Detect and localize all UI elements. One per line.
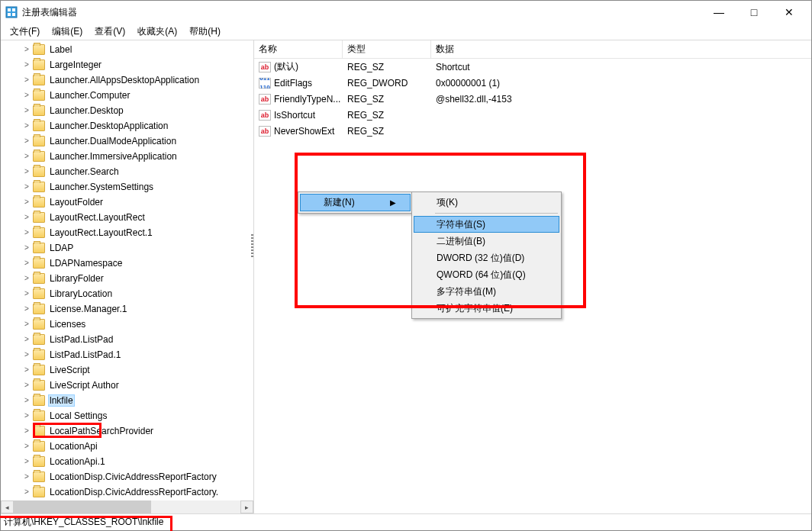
- expander-icon[interactable]: >: [22, 488, 31, 496]
- expander-icon[interactable]: >: [22, 228, 31, 237]
- submenu-item[interactable]: QWORD (64 位)值(Q): [414, 266, 559, 283]
- registry-tree[interactable]: >Label>LargeInteger>Launcher.AllAppsDesk…: [1, 40, 253, 500]
- tree-item[interactable]: >Licenses: [1, 317, 253, 332]
- column-header-name[interactable]: 名称: [254, 40, 343, 58]
- expander-icon[interactable]: >: [22, 457, 31, 465]
- tree-item[interactable]: >ListPad.ListPad: [1, 332, 253, 347]
- expander-icon[interactable]: >: [22, 152, 31, 160]
- expander-icon[interactable]: >: [22, 121, 31, 130]
- menu-收藏夹[interactable]: 收藏夹(A): [131, 24, 183, 40]
- tree-item-label: Launcher.Search: [48, 166, 121, 177]
- expander-icon[interactable]: >: [22, 350, 31, 359]
- folder-icon: [33, 212, 45, 223]
- column-header-data[interactable]: 数据: [431, 40, 811, 58]
- value-row[interactable]: ab(默认)REG_SZShortcut: [254, 59, 811, 75]
- tree-item[interactable]: >LayoutRect.LayoutRect.1: [1, 225, 253, 240]
- scroll-track[interactable]: [14, 500, 240, 513]
- tree-item[interactable]: >Launcher.Search: [1, 164, 253, 179]
- tree-item-label: Label: [48, 44, 73, 55]
- tree-item[interactable]: >Launcher.AllAppsDesktopApplication: [1, 72, 253, 88]
- tree-item[interactable]: >lnkfile: [1, 393, 253, 408]
- tree-item[interactable]: >License.Manager.1: [1, 301, 253, 317]
- tree-item[interactable]: >LDAPNamespace: [1, 256, 253, 271]
- tree-item[interactable]: >LayoutRect.LayoutRect: [1, 210, 253, 225]
- expander-icon[interactable]: >: [22, 259, 31, 267]
- expander-icon[interactable]: >: [22, 137, 31, 145]
- submenu-item[interactable]: DWORD (32 位)值(D): [414, 249, 559, 266]
- tree-item[interactable]: >LiveScript Author: [1, 378, 253, 393]
- scroll-left-button[interactable]: ◂: [1, 500, 14, 513]
- tree-item[interactable]: >Local Settings: [1, 408, 253, 423]
- expander-icon[interactable]: >: [22, 335, 31, 343]
- expander-icon[interactable]: >: [22, 274, 31, 282]
- expander-icon[interactable]: >: [22, 381, 31, 389]
- tree-item[interactable]: >LocationDisp.CivicAddressReportFactory.: [1, 484, 253, 500]
- expander-icon[interactable]: >: [22, 411, 31, 420]
- tree-item[interactable]: >LDAP: [1, 240, 253, 256]
- tree-item[interactable]: >Launcher.DualModeApplication: [1, 134, 253, 149]
- tree-item[interactable]: >LibraryLocation: [1, 286, 253, 301]
- submenu-item[interactable]: 项(K): [414, 194, 559, 211]
- tree-item[interactable]: >Launcher.DesktopApplication: [1, 118, 253, 134]
- scroll-right-button[interactable]: ▸: [240, 500, 253, 513]
- submenu-item[interactable]: 多字符串值(M): [414, 283, 559, 300]
- submenu-item[interactable]: 可扩充字符串值(E): [414, 300, 559, 317]
- expander-icon[interactable]: >: [22, 167, 31, 175]
- expander-icon[interactable]: >: [22, 365, 31, 374]
- tree-item[interactable]: >ListPad.ListPad.1: [1, 347, 253, 362]
- maximize-button[interactable]: □: [736, 1, 772, 24]
- expander-icon[interactable]: >: [22, 106, 31, 114]
- tree-item[interactable]: >Launcher.Computer: [1, 88, 253, 103]
- value-row[interactable]: abFriendlyTypeN...REG_SZ@shell32.dll,-41…: [254, 91, 811, 107]
- expander-icon[interactable]: >: [22, 243, 31, 252]
- menu-文件[interactable]: 文件(F): [4, 24, 46, 40]
- expander-icon[interactable]: >: [22, 304, 31, 313]
- tree-item[interactable]: >LocationApi.1: [1, 454, 253, 469]
- tree-item-label: ListPad.ListPad: [48, 334, 114, 345]
- tree-item[interactable]: >Launcher.SystemSettings: [1, 179, 253, 195]
- tree-item[interactable]: >LargeInteger: [1, 57, 253, 72]
- expander-icon[interactable]: >: [22, 91, 31, 99]
- folder-icon: [33, 243, 45, 253]
- expander-icon[interactable]: >: [22, 320, 31, 328]
- value-row[interactable]: abIsShortcutREG_SZ: [254, 107, 811, 123]
- submenu-item[interactable]: 二进制值(B): [414, 233, 559, 249]
- tree-item[interactable]: >LayoutFolder: [1, 195, 253, 210]
- splitter-handle[interactable]: [251, 234, 253, 257]
- menu-编辑[interactable]: 编辑(E): [46, 24, 89, 40]
- tree-item[interactable]: >Label: [1, 42, 253, 57]
- tree-item[interactable]: >Launcher.ImmersiveApplication: [1, 149, 253, 164]
- folder-icon: [33, 380, 45, 391]
- scroll-thumb[interactable]: [14, 500, 151, 513]
- expander-icon[interactable]: >: [22, 76, 31, 84]
- menu-查看[interactable]: 查看(V): [89, 24, 131, 40]
- tree-item[interactable]: >LiveScript: [1, 362, 253, 378]
- close-button[interactable]: ✕: [772, 1, 807, 24]
- expander-icon[interactable]: >: [22, 198, 31, 206]
- expander-icon[interactable]: >: [22, 396, 31, 404]
- expander-icon[interactable]: >: [22, 442, 31, 450]
- tree-item[interactable]: >Launcher.Desktop: [1, 103, 253, 118]
- minimize-button[interactable]: —: [701, 1, 736, 24]
- column-header-type[interactable]: 类型: [343, 40, 431, 58]
- expander-icon[interactable]: >: [22, 472, 31, 481]
- expander-icon[interactable]: >: [22, 45, 31, 53]
- expander-icon[interactable]: >: [22, 426, 31, 435]
- tree-item[interactable]: >LibraryFolder: [1, 271, 253, 286]
- value-row[interactable]: abNeverShowExtREG_SZ: [254, 123, 811, 139]
- expander-icon[interactable]: >: [22, 182, 31, 191]
- value-row[interactable]: 011110EditFlagsREG_DWORD0x00000001 (1): [254, 75, 811, 91]
- values-list[interactable]: ab(默认)REG_SZShortcut011110EditFlagsREG_D…: [254, 59, 811, 513]
- submenu-item[interactable]: 字符串值(S): [414, 216, 559, 233]
- tree-item[interactable]: >LocalPathSearchProvider: [1, 423, 253, 439]
- tree-item[interactable]: >LocationApi: [1, 439, 253, 454]
- tree-item[interactable]: >LocationDisp.CivicAddressReportFactory: [1, 469, 253, 484]
- menu-帮助[interactable]: 帮助(H): [183, 24, 227, 40]
- expander-icon[interactable]: >: [22, 289, 31, 298]
- menu-item-new[interactable]: 新建(N) ▶: [300, 194, 411, 211]
- tree-item-label: Launcher.AllAppsDesktopApplication: [48, 75, 201, 85]
- expander-icon[interactable]: >: [22, 60, 31, 69]
- folder-icon: [33, 44, 45, 55]
- expander-icon[interactable]: >: [22, 213, 31, 221]
- tree-horizontal-scrollbar[interactable]: ◂ ▸: [1, 500, 253, 513]
